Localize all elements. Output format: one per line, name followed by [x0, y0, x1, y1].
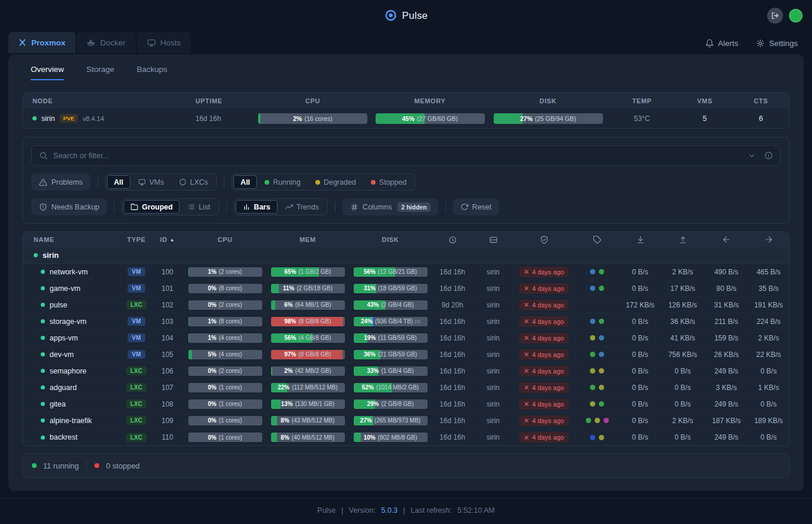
status-filter-stopped[interactable]: Stopped: [364, 175, 414, 189]
x-icon: [524, 302, 529, 307]
status-filter-running[interactable]: Running: [257, 175, 308, 189]
hidden-columns-badge: 2 hidden: [397, 202, 430, 212]
needs-backup-filter-button[interactable]: Needs Backup: [31, 198, 107, 215]
backup-status-badge[interactable]: 4 days ago: [519, 432, 569, 443]
view-list[interactable]: List: [180, 200, 217, 214]
type-badge: VM: [128, 350, 145, 359]
guest-name[interactable]: game-vm: [50, 284, 80, 293]
guest-name[interactable]: network-vm: [50, 268, 88, 276]
guest-name[interactable]: backrest: [50, 433, 77, 441]
table-row-game-vm[interactable]: game-vm VM 101 0%(8 cores) 11%(2 GB/18 G…: [23, 280, 789, 297]
type-filter-all[interactable]: All: [107, 175, 131, 189]
table-row-dev-vm[interactable]: dev-vm VM 105 5%(4 cores) 97%(8 GB/8 GB)…: [23, 346, 789, 363]
col-tags[interactable]: [575, 232, 619, 247]
col-disk-read[interactable]: [619, 232, 661, 247]
status-filter-degraded[interactable]: Degraded: [308, 175, 363, 189]
node-group-row[interactable]: sirin: [23, 247, 789, 264]
backup-status-badge[interactable]: 4 days ago: [519, 349, 569, 360]
disk-write-value: 0 B/s: [661, 396, 705, 412]
logout-button[interactable]: [767, 8, 783, 24]
col-cpu[interactable]: CPU: [184, 232, 266, 247]
node-name[interactable]: sirin: [41, 114, 55, 123]
table-row-backrest[interactable]: backrest LXC 110 0%(1 cores) 8%(40 MB/51…: [23, 429, 789, 446]
table-row-pulse[interactable]: pulse LXC 102 0%(2 cores) 6%(64 MB/1 GB)…: [23, 297, 789, 313]
col-node[interactable]: [473, 232, 513, 247]
type-badge: LXC: [126, 416, 147, 425]
guest-name[interactable]: apps-vm: [50, 334, 78, 342]
guest-id: 108: [151, 396, 184, 412]
info-icon[interactable]: [764, 151, 773, 160]
backup-status-badge[interactable]: 4 days ago: [519, 366, 569, 376]
col-id-sort[interactable]: ID ▲: [151, 232, 184, 247]
backup-status-badge[interactable]: 4 days ago: [519, 300, 569, 310]
backup-status-badge[interactable]: 4 days ago: [519, 382, 569, 393]
guest-name[interactable]: alpine-traefik: [50, 417, 92, 425]
display-bars[interactable]: Bars: [236, 200, 278, 214]
type-filter-vms[interactable]: VMs: [131, 175, 171, 189]
guest-name[interactable]: storage-vm: [50, 317, 87, 326]
connection-status-indicator[interactable]: [789, 9, 803, 22]
list-icon: [187, 203, 195, 211]
col-type[interactable]: TYPE: [122, 232, 151, 247]
tag-dot: [599, 335, 604, 340]
problems-filter-button[interactable]: Problems: [31, 173, 90, 191]
net-in-value: 26 KB/s: [705, 346, 748, 362]
backup-status-badge[interactable]: 4 days ago: [519, 316, 569, 327]
table-row-alpine-traefik[interactable]: alpine-traefik LXC 109 0%(1 cores) 8%(43…: [23, 412, 789, 429]
tab-storage[interactable]: Storage: [86, 65, 114, 80]
col-net-in[interactable]: [705, 232, 748, 247]
arrow-right-icon: [764, 235, 774, 244]
col-backup[interactable]: [513, 232, 575, 247]
backup-status-badge[interactable]: 4 days ago: [519, 283, 569, 294]
table-row-network-vm[interactable]: network-vm VM 100 1%(2 cores) 65%(1 GB/2…: [23, 264, 789, 280]
guest-status-dot: [41, 418, 45, 423]
guest-name[interactable]: pulse: [50, 301, 67, 309]
columns-button[interactable]: Columns 2 hidden: [343, 198, 438, 215]
alerts-button[interactable]: Alerts: [705, 39, 739, 48]
guest-tags: [575, 396, 619, 412]
col-uptime[interactable]: [432, 232, 473, 247]
backup-status-badge[interactable]: 4 days ago: [519, 333, 569, 343]
col-name[interactable]: NAME: [23, 232, 122, 247]
table-row-storage-vm[interactable]: storage-vm VM 103 1%(8 cores) 98%(8 GB/8…: [23, 313, 789, 330]
node-row[interactable]: sirin PVE v8.4.14 16d 16h 2%(16 cores) 4…: [23, 109, 789, 128]
disk-read-value: 0 B/s: [619, 330, 661, 346]
type-filter-lxcs[interactable]: LXCs: [172, 175, 216, 189]
table-row-adguard[interactable]: adguard LXC 107 0%(1 cores) 22%(112 MB/5…: [23, 379, 789, 396]
col-disk-write[interactable]: [661, 232, 705, 247]
guest-name[interactable]: semaphore: [50, 367, 87, 375]
col-mem[interactable]: MEM: [266, 232, 349, 247]
backup-status-badge[interactable]: 4 days ago: [519, 415, 569, 426]
view-mode-group: Grouped List: [122, 198, 219, 215]
reset-button[interactable]: Reset: [453, 198, 500, 215]
footer-version[interactable]: 5.0.3: [381, 506, 397, 515]
chevron-down-icon[interactable]: [748, 152, 756, 160]
cpu-usage-bar: 0%(8 cores): [188, 284, 262, 293]
table-row-semaphore[interactable]: semaphore LXC 106 0%(2 cores) 2%(42 MB/2…: [23, 363, 789, 379]
col-disk[interactable]: DISK: [349, 232, 432, 247]
table-row-apps-vm[interactable]: apps-vm VM 104 1%(4 cores) 56%(4 GB/8 GB…: [23, 330, 789, 346]
disk-write-value: 0 B/s: [661, 379, 705, 395]
search-input[interactable]: [53, 151, 742, 160]
tab-docker[interactable]: Docker: [77, 32, 136, 53]
search-bar: [31, 145, 781, 166]
guest-name[interactable]: dev-vm: [50, 351, 74, 359]
tab-overview[interactable]: Overview: [31, 65, 64, 80]
tag-dot: [599, 385, 604, 390]
guest-name[interactable]: gitea: [50, 400, 66, 408]
tab-hosts[interactable]: Hosts: [137, 32, 191, 53]
guest-rows: network-vm VM 100 1%(2 cores) 65%(1 GB/2…: [23, 264, 789, 446]
table-row-gitea[interactable]: gitea LXC 108 0%(1 cores) 13%(130 MB/1 G…: [23, 396, 789, 412]
guest-name[interactable]: adguard: [50, 384, 77, 392]
settings-button[interactable]: Settings: [756, 39, 798, 48]
col-net-out[interactable]: [748, 232, 789, 247]
tab-backups[interactable]: Backups: [137, 65, 168, 80]
tab-proxmox[interactable]: Proxmox: [8, 32, 76, 53]
display-trends[interactable]: Trends: [278, 200, 326, 214]
disk-write-value: 126 KB/s: [661, 297, 705, 313]
backup-status-badge[interactable]: 4 days ago: [519, 399, 569, 410]
backup-status-badge[interactable]: 4 days ago: [519, 267, 569, 277]
status-filter-all[interactable]: All: [233, 175, 257, 189]
net-in-value: 3 KB/s: [705, 379, 748, 395]
view-grouped[interactable]: Grouped: [123, 200, 180, 214]
